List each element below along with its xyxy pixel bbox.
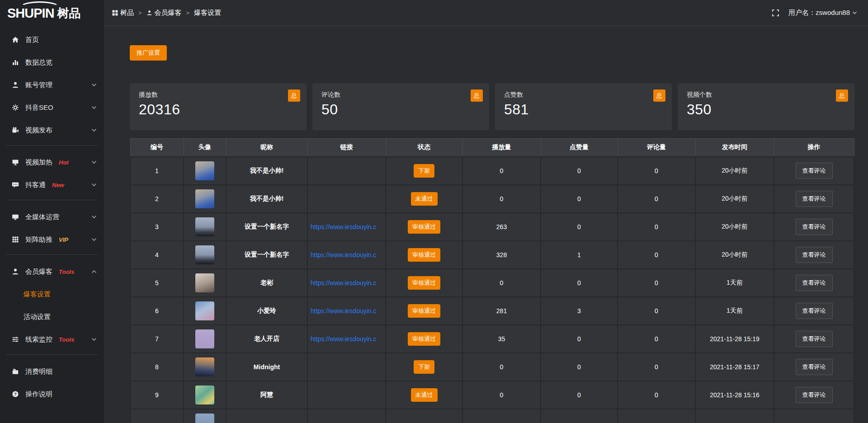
cell-publish-time: 2021-11-28 15:17 (695, 353, 774, 381)
sidebar-subitem-label: 活动设置 (24, 313, 51, 321)
cell-comments: 0 (618, 213, 695, 241)
status-badge: 审核通过 (408, 332, 440, 346)
stat-value: 581 (504, 101, 663, 118)
cell-link (307, 381, 386, 409)
cell-avatar (184, 213, 226, 241)
status-badge: 审核通过 (408, 304, 440, 318)
cell-nickname: 老彬 (226, 269, 307, 297)
cell-nickname: 我不是小帅! (226, 157, 307, 185)
cell-number: 7 (130, 325, 184, 353)
column-header: 编号 (130, 139, 184, 157)
view-comments-button[interactable]: 查看评论 (796, 303, 833, 319)
avatar (195, 189, 214, 208)
view-comments-button[interactable]: 查看评论 (796, 275, 833, 291)
cell-link: https://www.iesdouyin.c (307, 325, 386, 353)
avatar (195, 273, 214, 292)
chat-bubble-icon (12, 181, 20, 188)
column-header: 发布时间 (695, 139, 774, 157)
cell-comments: 0 (618, 241, 695, 269)
breadcrumb-item-parent[interactable]: 会员爆客 (155, 9, 182, 17)
table-row (130, 409, 854, 423)
cell-likes: 0 (541, 157, 618, 185)
cell-nickname: 设置一个新名字 (226, 213, 307, 241)
cell-number: 1 (130, 157, 184, 185)
cell-plays: 0 (462, 353, 541, 381)
movie-camera-icon (12, 127, 20, 134)
sidebar-item-matrix-boost[interactable]: 矩阵助推 VIP (0, 228, 104, 251)
breadcrumb: 树品 > 会员爆客 > 爆客设置 (112, 9, 221, 17)
tools-badge: Tools (59, 268, 74, 275)
view-comments-button[interactable]: 查看评论 (796, 387, 833, 403)
view-comments-button[interactable]: 查看评论 (796, 247, 833, 263)
sidebar-item-label: 抖客通 (25, 181, 46, 189)
avatar (195, 385, 214, 404)
view-comments-button[interactable]: 查看评论 (796, 163, 833, 179)
stat-cards: 播放数 20316 总 评论数 50 总 点赞数 581 总 视频个数 350 (130, 83, 854, 130)
cell-number: 4 (130, 241, 184, 269)
video-link[interactable]: https://www.iesdouyin.c (311, 279, 377, 287)
cell-plays: 0 (462, 157, 541, 185)
table-row: 7 老人开店 https://www.iesdouyin.c 审核通过 35 0… (130, 325, 854, 353)
cell-link: https://www.iesdouyin.c (307, 297, 386, 325)
cell-number: 3 (130, 213, 184, 241)
chevron-down-icon (91, 83, 97, 87)
view-comments-button[interactable]: 查看评论 (796, 331, 833, 347)
column-header: 评论量 (618, 139, 695, 157)
sidebar-item-data-overview[interactable]: 数据总览 (0, 51, 104, 74)
sidebar-item-label: 账号管理 (25, 81, 52, 89)
avatar (195, 329, 214, 348)
cell-publish-time: 20小时前 (695, 157, 774, 185)
promo-settings-button[interactable]: 推广设置 (130, 45, 167, 61)
sidebar-item-operation-guide[interactable]: ? 操作说明 (0, 383, 104, 405)
sidebar-item-clue-monitor[interactable]: 线索监控 Tools (0, 328, 104, 351)
sidebar-item-label: 会员爆客 (25, 268, 52, 276)
video-link[interactable]: https://www.iesdouyin.c (311, 251, 377, 258)
sidebar-item-media-ops[interactable]: 全媒体运营 (0, 206, 104, 228)
page-content: 推广设置 播放数 20316 总 评论数 50 总 点赞数 581 总 (104, 26, 868, 423)
column-header: 操作 (774, 139, 854, 157)
video-link[interactable]: https://www.iesdouyin.c (311, 223, 377, 230)
fullscreen-icon[interactable] (772, 9, 779, 17)
cell-number: 9 (130, 381, 184, 409)
stat-value: 20316 (139, 101, 297, 118)
cell-nickname: 小爱玲 (226, 297, 307, 325)
video-link[interactable]: https://www.iesdouyin.c (311, 335, 377, 343)
cell-publish-time: 20小时前 (695, 213, 774, 241)
breadcrumb-separator: > (138, 9, 142, 16)
sidebar-item-douyin-seo[interactable]: 抖音SEO (0, 96, 104, 119)
avatar (195, 245, 214, 264)
column-header: 头像 (184, 139, 226, 157)
stat-card-comments: 评论数 50 总 (312, 83, 489, 130)
table-row: 4 设置一个新名字 https://www.iesdouyin.c 审核通过 3… (130, 241, 854, 269)
status-badge: 审核通过 (408, 220, 440, 234)
username-label: 用户名：zswodun88 (788, 9, 850, 17)
gear-icon (12, 104, 20, 111)
sidebar-item-doketong[interactable]: 抖客通 New (0, 174, 104, 196)
user-icon (146, 10, 152, 16)
sidebar-item-label: 全媒体运营 (25, 213, 59, 221)
cell-actions: 查看评论 (774, 353, 854, 381)
sidebar-subitem-activity-settings[interactable]: 活动设置 (0, 306, 104, 328)
view-comments-button[interactable]: 查看评论 (796, 359, 833, 375)
sidebar-item-account-mgmt[interactable]: 账号管理 (0, 74, 104, 96)
sidebar-item-home[interactable]: 首页 (0, 28, 104, 51)
user-menu[interactable]: 用户名：zswodun88 (788, 9, 857, 17)
sidebar-nav: 首页 数据总览 账号管理 抖音SEO 视频发布 (0, 26, 104, 405)
sidebar-item-video-heat[interactable]: 视频加热 Hot (0, 151, 104, 174)
user-icon (12, 268, 20, 275)
sidebar-item-member-baoke[interactable]: 会员爆客 Tools (0, 260, 104, 283)
chevron-down-icon (91, 238, 97, 241)
video-link[interactable]: https://www.iesdouyin.c (311, 307, 377, 315)
cell-status (386, 409, 462, 423)
stat-label: 播放数 (139, 91, 297, 99)
view-comments-button[interactable]: 查看评论 (796, 219, 833, 235)
vip-badge: VIP (59, 236, 68, 243)
cell-link (307, 353, 386, 381)
sidebar-subitem-baoke-settings[interactable]: 爆客设置 (0, 283, 104, 306)
view-comments-button[interactable]: 查看评论 (796, 191, 833, 207)
sidebar-item-consumption-detail[interactable]: 消费明细 (0, 360, 104, 383)
cell-actions: 查看评论 (774, 297, 854, 325)
cell-comments: 0 (618, 381, 695, 409)
sidebar-item-video-publish[interactable]: 视频发布 (0, 119, 104, 141)
breadcrumb-item-home[interactable]: 树品 (120, 9, 134, 17)
